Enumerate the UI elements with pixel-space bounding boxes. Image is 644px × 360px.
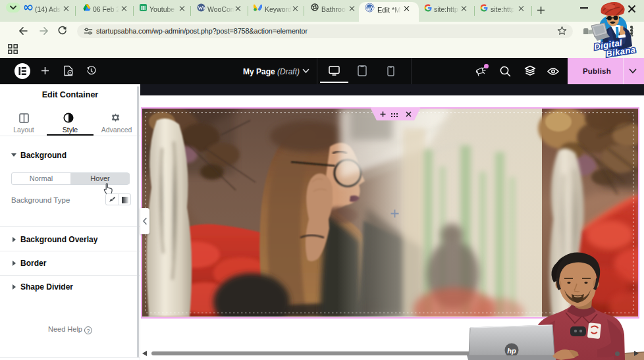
svg-text:hp: hp	[507, 347, 516, 355]
